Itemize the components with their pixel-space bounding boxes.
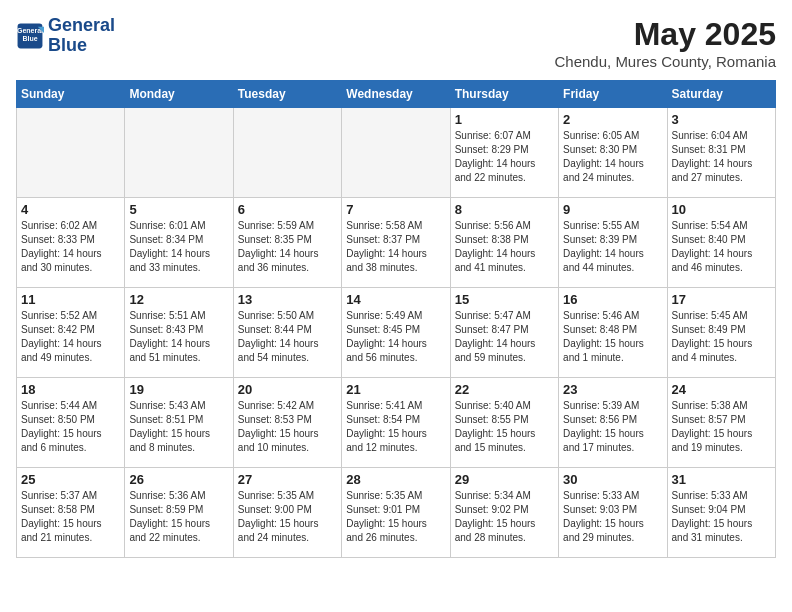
- day-number: 20: [238, 382, 337, 397]
- day-info: Sunrise: 5:37 AM Sunset: 8:58 PM Dayligh…: [21, 489, 120, 545]
- weekday-header-tuesday: Tuesday: [233, 81, 341, 108]
- calendar-cell: 30Sunrise: 5:33 AM Sunset: 9:03 PM Dayli…: [559, 468, 667, 558]
- month-title: May 2025: [555, 16, 777, 53]
- day-info: Sunrise: 6:02 AM Sunset: 8:33 PM Dayligh…: [21, 219, 120, 275]
- calendar-cell: [17, 108, 125, 198]
- calendar-cell: [342, 108, 450, 198]
- calendar-cell: 25Sunrise: 5:37 AM Sunset: 8:58 PM Dayli…: [17, 468, 125, 558]
- day-info: Sunrise: 5:40 AM Sunset: 8:55 PM Dayligh…: [455, 399, 554, 455]
- weekday-header-saturday: Saturday: [667, 81, 775, 108]
- day-info: Sunrise: 5:51 AM Sunset: 8:43 PM Dayligh…: [129, 309, 228, 365]
- calendar-cell: 2Sunrise: 6:05 AM Sunset: 8:30 PM Daylig…: [559, 108, 667, 198]
- calendar-cell: 7Sunrise: 5:58 AM Sunset: 8:37 PM Daylig…: [342, 198, 450, 288]
- calendar-cell: 18Sunrise: 5:44 AM Sunset: 8:50 PM Dayli…: [17, 378, 125, 468]
- calendar-cell: 8Sunrise: 5:56 AM Sunset: 8:38 PM Daylig…: [450, 198, 558, 288]
- calendar-cell: 31Sunrise: 5:33 AM Sunset: 9:04 PM Dayli…: [667, 468, 775, 558]
- day-number: 7: [346, 202, 445, 217]
- day-number: 19: [129, 382, 228, 397]
- header: General Blue General Blue May 2025 Chend…: [16, 16, 776, 70]
- day-number: 2: [563, 112, 662, 127]
- day-info: Sunrise: 6:04 AM Sunset: 8:31 PM Dayligh…: [672, 129, 771, 185]
- day-info: Sunrise: 5:34 AM Sunset: 9:02 PM Dayligh…: [455, 489, 554, 545]
- calendar-cell: 14Sunrise: 5:49 AM Sunset: 8:45 PM Dayli…: [342, 288, 450, 378]
- day-info: Sunrise: 5:50 AM Sunset: 8:44 PM Dayligh…: [238, 309, 337, 365]
- day-number: 15: [455, 292, 554, 307]
- day-info: Sunrise: 5:36 AM Sunset: 8:59 PM Dayligh…: [129, 489, 228, 545]
- day-number: 1: [455, 112, 554, 127]
- day-info: Sunrise: 5:56 AM Sunset: 8:38 PM Dayligh…: [455, 219, 554, 275]
- day-number: 18: [21, 382, 120, 397]
- day-info: Sunrise: 5:55 AM Sunset: 8:39 PM Dayligh…: [563, 219, 662, 275]
- day-number: 16: [563, 292, 662, 307]
- day-number: 30: [563, 472, 662, 487]
- calendar-table: SundayMondayTuesdayWednesdayThursdayFrid…: [16, 80, 776, 558]
- calendar-cell: 21Sunrise: 5:41 AM Sunset: 8:54 PM Dayli…: [342, 378, 450, 468]
- day-number: 25: [21, 472, 120, 487]
- day-info: Sunrise: 5:33 AM Sunset: 9:04 PM Dayligh…: [672, 489, 771, 545]
- day-info: Sunrise: 5:52 AM Sunset: 8:42 PM Dayligh…: [21, 309, 120, 365]
- day-info: Sunrise: 5:42 AM Sunset: 8:53 PM Dayligh…: [238, 399, 337, 455]
- day-number: 4: [21, 202, 120, 217]
- day-number: 3: [672, 112, 771, 127]
- day-number: 14: [346, 292, 445, 307]
- svg-text:Blue: Blue: [22, 34, 37, 41]
- day-number: 9: [563, 202, 662, 217]
- day-number: 22: [455, 382, 554, 397]
- day-info: Sunrise: 5:33 AM Sunset: 9:03 PM Dayligh…: [563, 489, 662, 545]
- calendar-cell: 1Sunrise: 6:07 AM Sunset: 8:29 PM Daylig…: [450, 108, 558, 198]
- day-info: Sunrise: 5:39 AM Sunset: 8:56 PM Dayligh…: [563, 399, 662, 455]
- day-info: Sunrise: 6:05 AM Sunset: 8:30 PM Dayligh…: [563, 129, 662, 185]
- calendar-cell: 19Sunrise: 5:43 AM Sunset: 8:51 PM Dayli…: [125, 378, 233, 468]
- day-number: 5: [129, 202, 228, 217]
- day-info: Sunrise: 5:47 AM Sunset: 8:47 PM Dayligh…: [455, 309, 554, 365]
- calendar-cell: 22Sunrise: 5:40 AM Sunset: 8:55 PM Dayli…: [450, 378, 558, 468]
- day-info: Sunrise: 6:07 AM Sunset: 8:29 PM Dayligh…: [455, 129, 554, 185]
- calendar-cell: 29Sunrise: 5:34 AM Sunset: 9:02 PM Dayli…: [450, 468, 558, 558]
- weekday-header-sunday: Sunday: [17, 81, 125, 108]
- day-info: Sunrise: 5:35 AM Sunset: 9:01 PM Dayligh…: [346, 489, 445, 545]
- calendar-cell: 4Sunrise: 6:02 AM Sunset: 8:33 PM Daylig…: [17, 198, 125, 288]
- calendar-cell: 5Sunrise: 6:01 AM Sunset: 8:34 PM Daylig…: [125, 198, 233, 288]
- day-info: Sunrise: 5:45 AM Sunset: 8:49 PM Dayligh…: [672, 309, 771, 365]
- calendar-cell: 11Sunrise: 5:52 AM Sunset: 8:42 PM Dayli…: [17, 288, 125, 378]
- weekday-header-friday: Friday: [559, 81, 667, 108]
- calendar-cell: 28Sunrise: 5:35 AM Sunset: 9:01 PM Dayli…: [342, 468, 450, 558]
- location-title: Chendu, Mures County, Romania: [555, 53, 777, 70]
- weekday-header-wednesday: Wednesday: [342, 81, 450, 108]
- day-number: 12: [129, 292, 228, 307]
- title-area: May 2025 Chendu, Mures County, Romania: [555, 16, 777, 70]
- day-number: 13: [238, 292, 337, 307]
- day-number: 29: [455, 472, 554, 487]
- day-number: 31: [672, 472, 771, 487]
- day-number: 11: [21, 292, 120, 307]
- day-info: Sunrise: 5:41 AM Sunset: 8:54 PM Dayligh…: [346, 399, 445, 455]
- day-info: Sunrise: 5:49 AM Sunset: 8:45 PM Dayligh…: [346, 309, 445, 365]
- day-number: 23: [563, 382, 662, 397]
- calendar-cell: 16Sunrise: 5:46 AM Sunset: 8:48 PM Dayli…: [559, 288, 667, 378]
- day-number: 27: [238, 472, 337, 487]
- calendar-cell: 12Sunrise: 5:51 AM Sunset: 8:43 PM Dayli…: [125, 288, 233, 378]
- logo: General Blue General Blue: [16, 16, 115, 56]
- day-number: 17: [672, 292, 771, 307]
- calendar-cell: 13Sunrise: 5:50 AM Sunset: 8:44 PM Dayli…: [233, 288, 341, 378]
- calendar-cell: 26Sunrise: 5:36 AM Sunset: 8:59 PM Dayli…: [125, 468, 233, 558]
- calendar-cell: 6Sunrise: 5:59 AM Sunset: 8:35 PM Daylig…: [233, 198, 341, 288]
- day-info: Sunrise: 5:43 AM Sunset: 8:51 PM Dayligh…: [129, 399, 228, 455]
- day-number: 26: [129, 472, 228, 487]
- weekday-header-monday: Monday: [125, 81, 233, 108]
- calendar-cell: [233, 108, 341, 198]
- calendar-cell: 27Sunrise: 5:35 AM Sunset: 9:00 PM Dayli…: [233, 468, 341, 558]
- day-info: Sunrise: 5:38 AM Sunset: 8:57 PM Dayligh…: [672, 399, 771, 455]
- day-number: 6: [238, 202, 337, 217]
- weekday-header-thursday: Thursday: [450, 81, 558, 108]
- day-number: 28: [346, 472, 445, 487]
- day-number: 8: [455, 202, 554, 217]
- day-info: Sunrise: 5:59 AM Sunset: 8:35 PM Dayligh…: [238, 219, 337, 275]
- calendar-cell: 23Sunrise: 5:39 AM Sunset: 8:56 PM Dayli…: [559, 378, 667, 468]
- day-info: Sunrise: 5:58 AM Sunset: 8:37 PM Dayligh…: [346, 219, 445, 275]
- day-number: 21: [346, 382, 445, 397]
- day-number: 10: [672, 202, 771, 217]
- logo-text: General Blue: [48, 16, 115, 56]
- day-info: Sunrise: 5:54 AM Sunset: 8:40 PM Dayligh…: [672, 219, 771, 275]
- calendar-cell: 17Sunrise: 5:45 AM Sunset: 8:49 PM Dayli…: [667, 288, 775, 378]
